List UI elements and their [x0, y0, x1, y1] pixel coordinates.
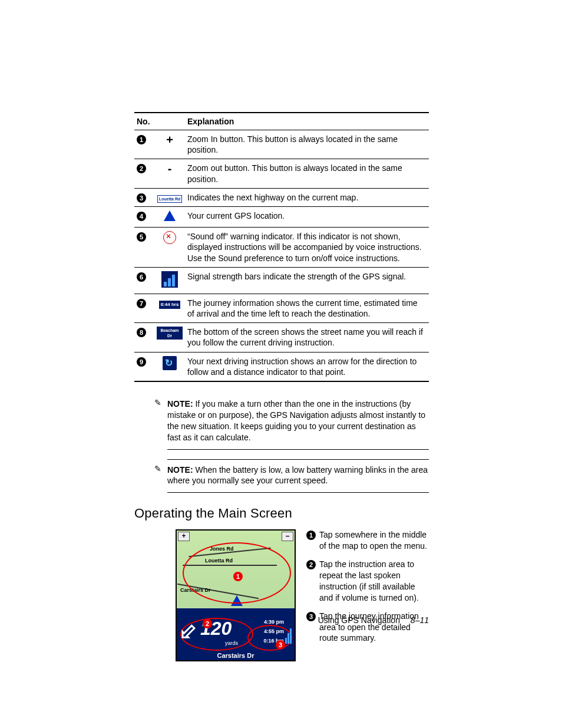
- table-row: 70:44 hrsThe journey information shows t…: [134, 294, 429, 322]
- note-text: If you make a turn other than the one in…: [167, 399, 425, 442]
- row-explanation: Zoom out button. This button is always l…: [185, 159, 429, 188]
- row-number-badge: 3: [137, 193, 146, 203]
- table-row: 2-Zoom out button. This button is always…: [134, 159, 429, 188]
- row-explanation: Zoom In button. This button is always lo…: [185, 130, 429, 159]
- table-row: 8Beacham DrThe bottom of the screen show…: [134, 323, 429, 352]
- row-explanation: The bottom of the screen shows the stree…: [185, 323, 429, 352]
- row-icon-cell: 0:44 hrs: [154, 294, 185, 322]
- row-explanation: Your current GPS location.: [185, 206, 429, 227]
- zoom-out-button[interactable]: –: [282, 532, 293, 541]
- zoom-in-icon: +: [166, 133, 173, 146]
- table-row: 3Louetta RdIndicates the next highway on…: [134, 188, 429, 206]
- next-street-name: Carstairs Dr: [177, 651, 295, 660]
- note-2: ✎ NOTE: When the battery is low, a low b…: [167, 459, 429, 493]
- row-number-badge: 1: [137, 135, 146, 144]
- step-text: Tap somewhere in the middle of the map t…: [319, 529, 429, 552]
- table-row: 4Your current GPS location.: [134, 206, 429, 227]
- row-explanation: The journey information shows the curren…: [185, 294, 429, 322]
- signal-strength-icon: [161, 271, 178, 288]
- note-text: When the battery is low, a low battery w…: [167, 465, 428, 486]
- row-icon-cell: Louetta Rd: [154, 188, 185, 206]
- row-explanation: Your next driving instruction shows an a…: [185, 352, 429, 381]
- row-number-badge: 2: [137, 164, 146, 173]
- footer-page: 8–11: [411, 615, 429, 625]
- main-screen-figure: + – Jones Rd Louetta Rd Carstairs Dr 1 ⬃…: [176, 529, 296, 661]
- row-number-badge: 6: [137, 272, 146, 282]
- col-icon-spacer: [154, 113, 185, 130]
- row-icon-cell: [154, 206, 185, 227]
- table-row: 6Signal strength bars indicate the stren…: [134, 267, 429, 294]
- row-icon-cell: [154, 267, 185, 294]
- row-icon-cell: +: [154, 130, 185, 159]
- operating-step: 2Tap the instruction area to repeat the …: [306, 559, 429, 604]
- operating-steps: 1Tap somewhere in the middle of the map …: [306, 529, 429, 661]
- row-explanation: Indicates the next highway on the curren…: [185, 188, 429, 206]
- table-row: 1+Zoom In button. This button is always …: [134, 130, 429, 159]
- table-row: 9Your next driving instruction shows an …: [134, 352, 429, 381]
- highway-chip-icon: Louetta Rd: [157, 195, 183, 203]
- row-explanation: Signal strength bars indicate the streng…: [185, 267, 429, 294]
- journey-time-eta: 4:55 pm: [264, 628, 284, 634]
- note-icon: ✎: [154, 397, 161, 409]
- zoom-in-button[interactable]: +: [178, 532, 190, 541]
- street-name-chip-icon: Beacham Dr: [157, 327, 183, 340]
- col-explanation: Explanation: [185, 113, 429, 130]
- row-icon-cell: Beacham Dr: [154, 323, 185, 352]
- page-footer: Using GPS Navigation 8–11: [134, 615, 429, 625]
- step-number-badge: 2: [306, 560, 316, 569]
- operating-step: 1Tap somewhere in the middle of the map …: [306, 529, 429, 552]
- turn-instruction-icon: [163, 356, 177, 370]
- note-label: NOTE:: [167, 399, 193, 409]
- note-1: ✎ NOTE: If you make a turn other than th…: [167, 394, 429, 450]
- step-number-badge: 1: [306, 531, 316, 540]
- row-number-badge: 4: [137, 212, 146, 221]
- step-text: Tap the instruction area to repeat the l…: [319, 559, 429, 604]
- footer-title: Using GPS Navigation: [318, 615, 400, 625]
- row-icon-cell: [154, 228, 185, 268]
- gps-location-icon: [164, 210, 176, 221]
- row-icon-cell: [154, 352, 185, 381]
- sound-off-icon: [163, 231, 176, 244]
- note-icon: ✎: [154, 463, 161, 475]
- row-explanation: “Sound off” warning indicator. If this i…: [185, 228, 429, 268]
- row-number-badge: 7: [137, 299, 146, 308]
- row-number-badge: 9: [137, 357, 146, 367]
- table-row: 5“Sound off” warning indicator. If this …: [134, 228, 429, 268]
- col-no: No.: [134, 113, 154, 130]
- journey-time-icon: 0:44 hrs: [159, 301, 181, 309]
- section-heading: Operating the Main Screen: [134, 506, 429, 521]
- distance-unit: yards: [225, 640, 238, 646]
- zoom-out-icon: -: [168, 162, 172, 175]
- row-number-badge: 8: [137, 328, 146, 337]
- row-number-badge: 5: [137, 232, 146, 242]
- row-icon-cell: -: [154, 159, 185, 188]
- note-label: NOTE:: [167, 465, 193, 475]
- explanation-table: No. Explanation 1+Zoom In button. This b…: [134, 112, 429, 382]
